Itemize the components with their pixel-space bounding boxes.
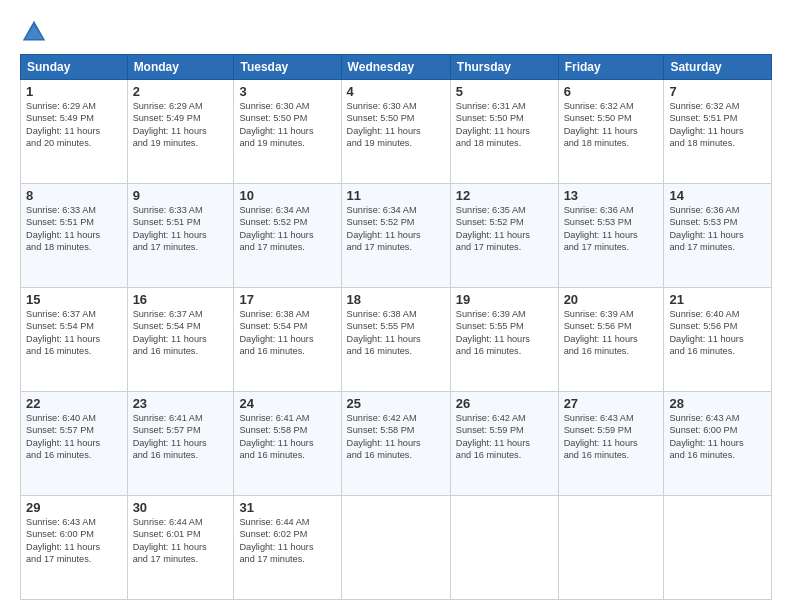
- day-number: 13: [564, 188, 659, 203]
- calendar-cell: [664, 496, 772, 600]
- day-number: 8: [26, 188, 122, 203]
- day-info: Sunrise: 6:44 AM Sunset: 6:01 PM Dayligh…: [133, 516, 229, 566]
- day-info: Sunrise: 6:36 AM Sunset: 5:53 PM Dayligh…: [564, 204, 659, 254]
- calendar-week-1: 1Sunrise: 6:29 AM Sunset: 5:49 PM Daylig…: [21, 80, 772, 184]
- day-number: 30: [133, 500, 229, 515]
- calendar-cell: 13Sunrise: 6:36 AM Sunset: 5:53 PM Dayli…: [558, 184, 664, 288]
- day-number: 16: [133, 292, 229, 307]
- day-info: Sunrise: 6:33 AM Sunset: 5:51 PM Dayligh…: [133, 204, 229, 254]
- calendar-cell: 24Sunrise: 6:41 AM Sunset: 5:58 PM Dayli…: [234, 392, 341, 496]
- calendar-cell: 15Sunrise: 6:37 AM Sunset: 5:54 PM Dayli…: [21, 288, 128, 392]
- day-number: 24: [239, 396, 335, 411]
- calendar-cell: 20Sunrise: 6:39 AM Sunset: 5:56 PM Dayli…: [558, 288, 664, 392]
- weekday-header-friday: Friday: [558, 55, 664, 80]
- calendar-cell: 9Sunrise: 6:33 AM Sunset: 5:51 PM Daylig…: [127, 184, 234, 288]
- day-info: Sunrise: 6:38 AM Sunset: 5:55 PM Dayligh…: [347, 308, 445, 358]
- calendar-cell: [558, 496, 664, 600]
- calendar-cell: 28Sunrise: 6:43 AM Sunset: 6:00 PM Dayli…: [664, 392, 772, 496]
- calendar-cell: 17Sunrise: 6:38 AM Sunset: 5:54 PM Dayli…: [234, 288, 341, 392]
- day-info: Sunrise: 6:40 AM Sunset: 5:57 PM Dayligh…: [26, 412, 122, 462]
- calendar-body: 1Sunrise: 6:29 AM Sunset: 5:49 PM Daylig…: [21, 80, 772, 600]
- calendar-cell: 1Sunrise: 6:29 AM Sunset: 5:49 PM Daylig…: [21, 80, 128, 184]
- weekday-header-tuesday: Tuesday: [234, 55, 341, 80]
- day-number: 28: [669, 396, 766, 411]
- day-number: 3: [239, 84, 335, 99]
- day-info: Sunrise: 6:38 AM Sunset: 5:54 PM Dayligh…: [239, 308, 335, 358]
- calendar-cell: 25Sunrise: 6:42 AM Sunset: 5:58 PM Dayli…: [341, 392, 450, 496]
- day-info: Sunrise: 6:39 AM Sunset: 5:55 PM Dayligh…: [456, 308, 553, 358]
- day-info: Sunrise: 6:37 AM Sunset: 5:54 PM Dayligh…: [26, 308, 122, 358]
- page: SundayMondayTuesdayWednesdayThursdayFrid…: [0, 0, 792, 612]
- day-info: Sunrise: 6:32 AM Sunset: 5:50 PM Dayligh…: [564, 100, 659, 150]
- calendar-week-3: 15Sunrise: 6:37 AM Sunset: 5:54 PM Dayli…: [21, 288, 772, 392]
- day-info: Sunrise: 6:43 AM Sunset: 6:00 PM Dayligh…: [26, 516, 122, 566]
- day-info: Sunrise: 6:36 AM Sunset: 5:53 PM Dayligh…: [669, 204, 766, 254]
- day-number: 25: [347, 396, 445, 411]
- day-number: 27: [564, 396, 659, 411]
- calendar-cell: 27Sunrise: 6:43 AM Sunset: 5:59 PM Dayli…: [558, 392, 664, 496]
- day-info: Sunrise: 6:44 AM Sunset: 6:02 PM Dayligh…: [239, 516, 335, 566]
- calendar-cell: [450, 496, 558, 600]
- calendar-cell: 26Sunrise: 6:42 AM Sunset: 5:59 PM Dayli…: [450, 392, 558, 496]
- day-info: Sunrise: 6:43 AM Sunset: 5:59 PM Dayligh…: [564, 412, 659, 462]
- calendar-week-5: 29Sunrise: 6:43 AM Sunset: 6:00 PM Dayli…: [21, 496, 772, 600]
- day-info: Sunrise: 6:29 AM Sunset: 5:49 PM Dayligh…: [133, 100, 229, 150]
- day-number: 9: [133, 188, 229, 203]
- day-number: 12: [456, 188, 553, 203]
- day-info: Sunrise: 6:30 AM Sunset: 5:50 PM Dayligh…: [239, 100, 335, 150]
- day-info: Sunrise: 6:34 AM Sunset: 5:52 PM Dayligh…: [347, 204, 445, 254]
- calendar-cell: [341, 496, 450, 600]
- calendar-cell: 16Sunrise: 6:37 AM Sunset: 5:54 PM Dayli…: [127, 288, 234, 392]
- day-number: 21: [669, 292, 766, 307]
- weekday-header-wednesday: Wednesday: [341, 55, 450, 80]
- calendar-cell: 22Sunrise: 6:40 AM Sunset: 5:57 PM Dayli…: [21, 392, 128, 496]
- day-number: 18: [347, 292, 445, 307]
- day-number: 15: [26, 292, 122, 307]
- day-number: 10: [239, 188, 335, 203]
- calendar-cell: 29Sunrise: 6:43 AM Sunset: 6:00 PM Dayli…: [21, 496, 128, 600]
- logo-icon: [20, 18, 48, 46]
- day-number: 4: [347, 84, 445, 99]
- header: [20, 18, 772, 46]
- calendar-cell: 19Sunrise: 6:39 AM Sunset: 5:55 PM Dayli…: [450, 288, 558, 392]
- calendar-week-2: 8Sunrise: 6:33 AM Sunset: 5:51 PM Daylig…: [21, 184, 772, 288]
- calendar-cell: 12Sunrise: 6:35 AM Sunset: 5:52 PM Dayli…: [450, 184, 558, 288]
- calendar-cell: 14Sunrise: 6:36 AM Sunset: 5:53 PM Dayli…: [664, 184, 772, 288]
- calendar-cell: 8Sunrise: 6:33 AM Sunset: 5:51 PM Daylig…: [21, 184, 128, 288]
- day-number: 7: [669, 84, 766, 99]
- calendar-cell: 5Sunrise: 6:31 AM Sunset: 5:50 PM Daylig…: [450, 80, 558, 184]
- day-number: 20: [564, 292, 659, 307]
- day-number: 2: [133, 84, 229, 99]
- day-info: Sunrise: 6:39 AM Sunset: 5:56 PM Dayligh…: [564, 308, 659, 358]
- calendar-cell: 18Sunrise: 6:38 AM Sunset: 5:55 PM Dayli…: [341, 288, 450, 392]
- calendar-cell: 31Sunrise: 6:44 AM Sunset: 6:02 PM Dayli…: [234, 496, 341, 600]
- day-info: Sunrise: 6:31 AM Sunset: 5:50 PM Dayligh…: [456, 100, 553, 150]
- day-info: Sunrise: 6:32 AM Sunset: 5:51 PM Dayligh…: [669, 100, 766, 150]
- day-number: 29: [26, 500, 122, 515]
- day-number: 6: [564, 84, 659, 99]
- day-number: 19: [456, 292, 553, 307]
- day-number: 14: [669, 188, 766, 203]
- day-info: Sunrise: 6:37 AM Sunset: 5:54 PM Dayligh…: [133, 308, 229, 358]
- day-info: Sunrise: 6:30 AM Sunset: 5:50 PM Dayligh…: [347, 100, 445, 150]
- calendar-cell: 6Sunrise: 6:32 AM Sunset: 5:50 PM Daylig…: [558, 80, 664, 184]
- day-number: 1: [26, 84, 122, 99]
- day-number: 11: [347, 188, 445, 203]
- calendar-cell: 3Sunrise: 6:30 AM Sunset: 5:50 PM Daylig…: [234, 80, 341, 184]
- day-info: Sunrise: 6:29 AM Sunset: 5:49 PM Dayligh…: [26, 100, 122, 150]
- logo: [20, 18, 52, 46]
- day-number: 22: [26, 396, 122, 411]
- day-number: 23: [133, 396, 229, 411]
- weekday-header-saturday: Saturday: [664, 55, 772, 80]
- day-info: Sunrise: 6:41 AM Sunset: 5:57 PM Dayligh…: [133, 412, 229, 462]
- weekday-header-sunday: Sunday: [21, 55, 128, 80]
- weekday-header-monday: Monday: [127, 55, 234, 80]
- calendar-cell: 11Sunrise: 6:34 AM Sunset: 5:52 PM Dayli…: [341, 184, 450, 288]
- day-info: Sunrise: 6:34 AM Sunset: 5:52 PM Dayligh…: [239, 204, 335, 254]
- day-info: Sunrise: 6:40 AM Sunset: 5:56 PM Dayligh…: [669, 308, 766, 358]
- day-info: Sunrise: 6:43 AM Sunset: 6:00 PM Dayligh…: [669, 412, 766, 462]
- day-number: 5: [456, 84, 553, 99]
- weekday-header-thursday: Thursday: [450, 55, 558, 80]
- day-info: Sunrise: 6:41 AM Sunset: 5:58 PM Dayligh…: [239, 412, 335, 462]
- calendar-cell: 4Sunrise: 6:30 AM Sunset: 5:50 PM Daylig…: [341, 80, 450, 184]
